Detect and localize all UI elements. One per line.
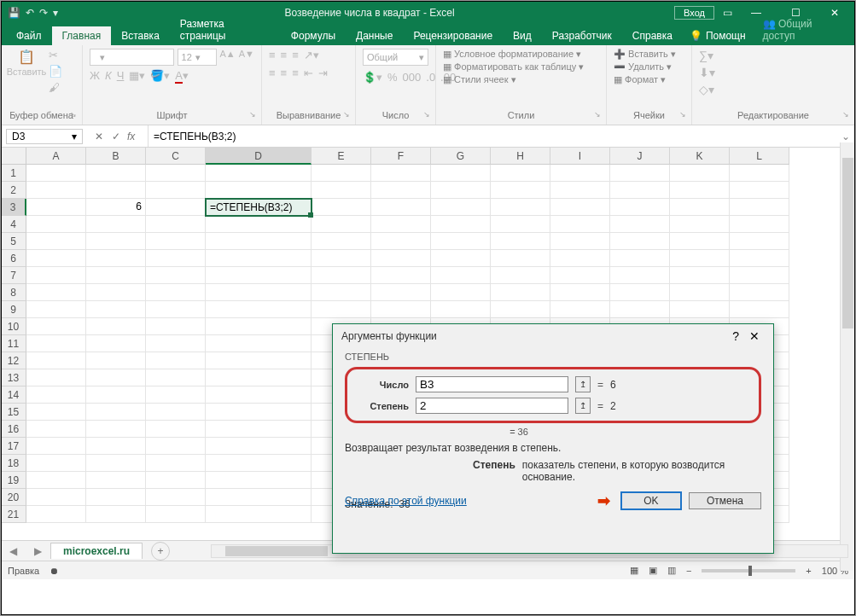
cell[interactable] <box>146 165 206 182</box>
row-header[interactable]: 11 <box>1 335 26 352</box>
function-help-link[interactable]: Справка по этой функции <box>345 495 467 507</box>
cell[interactable] <box>146 438 206 455</box>
formula-input[interactable]: =СТЕПЕНЬ(B3;2) <box>148 125 836 147</box>
arg-power-input[interactable] <box>416 398 568 414</box>
row-header[interactable]: 17 <box>1 438 26 455</box>
cell[interactable] <box>146 489 206 506</box>
cell[interactable] <box>26 301 86 318</box>
align-middle-icon[interactable]: ≡ <box>281 49 288 61</box>
cell[interactable] <box>312 233 371 250</box>
column-header[interactable]: H <box>491 148 550 165</box>
fill-icon[interactable]: ⬇▾ <box>699 66 715 79</box>
row-header[interactable]: 8 <box>1 284 26 301</box>
cell[interactable] <box>206 318 312 335</box>
cell[interactable] <box>312 165 371 182</box>
cell[interactable] <box>26 182 86 199</box>
cell[interactable] <box>491 250 550 267</box>
cell[interactable] <box>206 386 312 404</box>
cell[interactable] <box>610 216 670 233</box>
cell[interactable] <box>730 250 789 267</box>
cell[interactable] <box>26 506 86 523</box>
tell-me[interactable]: 💡Помощн <box>683 26 753 45</box>
italic-icon[interactable]: К <box>105 69 112 82</box>
number-format-combo[interactable]: Общий▾ <box>363 49 428 66</box>
cell[interactable] <box>146 250 206 267</box>
cell[interactable] <box>146 335 206 352</box>
cut-icon[interactable]: ✂ <box>49 49 62 61</box>
sheet-nav-prev[interactable]: ◀ <box>1 545 26 557</box>
help-icon[interactable]: ? <box>727 329 744 343</box>
cancel-formula-icon[interactable]: ✕ <box>95 131 103 142</box>
cell[interactable] <box>206 438 312 455</box>
cell[interactable] <box>610 267 670 284</box>
cell[interactable] <box>670 199 730 216</box>
cell[interactable] <box>730 233 789 250</box>
zoom-slider[interactable] <box>702 569 795 572</box>
qat-more-icon[interactable]: ▾ <box>53 7 58 19</box>
vertical-scrollbar[interactable] <box>840 142 855 571</box>
save-icon[interactable]: 💾 <box>8 7 20 19</box>
row-header[interactable]: 16 <box>1 421 26 438</box>
shrink-font-icon[interactable]: A▼ <box>239 49 254 66</box>
row-header[interactable]: 14 <box>1 386 26 404</box>
cell[interactable] <box>146 506 206 523</box>
cell[interactable] <box>26 404 86 421</box>
cell[interactable] <box>26 216 86 233</box>
cell[interactable] <box>491 301 550 318</box>
cell[interactable] <box>146 421 206 438</box>
row-header[interactable]: 7 <box>1 267 26 284</box>
cell[interactable] <box>146 284 206 301</box>
ok-button[interactable]: OK <box>620 491 682 510</box>
column-header[interactable]: C <box>146 148 206 165</box>
cell[interactable] <box>610 301 670 318</box>
cell[interactable] <box>431 250 491 267</box>
macro-record-icon[interactable]: ⏺ <box>49 566 59 576</box>
cell[interactable] <box>371 284 431 301</box>
cell[interactable] <box>550 216 610 233</box>
tab-help[interactable]: Справка <box>622 26 683 45</box>
cell[interactable] <box>86 267 146 284</box>
cell[interactable] <box>730 284 789 301</box>
arg-number-input[interactable] <box>416 376 568 392</box>
cell[interactable] <box>550 284 610 301</box>
cancel-button[interactable]: Отмена <box>689 492 761 509</box>
column-header[interactable]: G <box>431 148 491 165</box>
cell[interactable] <box>431 301 491 318</box>
orientation-icon[interactable]: ↗▾ <box>304 49 319 61</box>
cell[interactable] <box>26 267 86 284</box>
cell[interactable] <box>86 216 146 233</box>
dialog-close-icon[interactable]: ✕ <box>744 329 765 343</box>
cell[interactable] <box>206 216 312 233</box>
column-header[interactable]: I <box>550 148 610 165</box>
cell[interactable] <box>86 182 146 199</box>
cell[interactable] <box>491 199 550 216</box>
cell[interactable] <box>146 472 206 489</box>
undo-icon[interactable]: ↶ <box>26 7 34 19</box>
indent-inc-icon[interactable]: ⇥ <box>318 67 328 79</box>
tab-insert[interactable]: Вставка <box>111 26 170 45</box>
cell[interactable] <box>670 267 730 284</box>
row-header[interactable]: 10 <box>1 318 26 335</box>
cell[interactable] <box>86 301 146 318</box>
column-header[interactable]: F <box>371 148 431 165</box>
cell[interactable] <box>26 284 86 301</box>
align-bottom-icon[interactable]: ≡ <box>292 49 299 61</box>
row-header[interactable]: 2 <box>1 182 26 199</box>
row-header[interactable]: 3 <box>1 199 26 216</box>
cell[interactable] <box>86 404 146 421</box>
cell[interactable] <box>610 165 670 182</box>
view-page-icon[interactable]: ▣ <box>649 565 657 576</box>
copy-icon[interactable]: 📄 <box>49 65 62 78</box>
font-name-combo[interactable]: ▾ <box>90 49 174 66</box>
cell[interactable] <box>371 199 431 216</box>
cell[interactable] <box>206 506 312 523</box>
cell[interactable] <box>371 165 431 182</box>
cell[interactable] <box>491 182 550 199</box>
cell[interactable] <box>86 250 146 267</box>
cell[interactable] <box>86 165 146 182</box>
sheet-nav-next[interactable]: ▶ <box>26 545 50 557</box>
cell[interactable] <box>491 165 550 182</box>
cell[interactable] <box>206 455 312 472</box>
cell[interactable] <box>206 352 312 369</box>
cell[interactable] <box>371 250 431 267</box>
